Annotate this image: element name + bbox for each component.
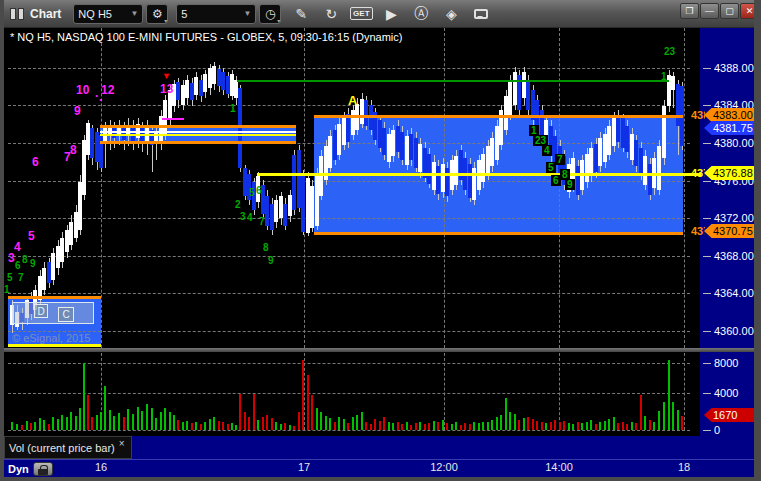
vol-h-gridline	[8, 393, 690, 394]
candle-body	[203, 74, 207, 92]
v-gridline	[684, 28, 685, 348]
volume-bar	[541, 422, 543, 430]
chart-annotation: 7	[555, 154, 565, 165]
axis-tick-label: 4364.00	[714, 287, 754, 299]
volume-bar	[500, 415, 502, 430]
volume-bar	[227, 424, 229, 430]
session-info-box	[12, 302, 94, 324]
candle-body	[364, 100, 368, 126]
volume-bar	[532, 419, 534, 430]
candle-body	[454, 156, 458, 185]
volume-bar	[275, 422, 277, 430]
chart-annotation: 23	[664, 46, 675, 57]
volume-bar	[200, 424, 202, 430]
chart-annotation: 9	[268, 255, 274, 266]
volume-bar	[677, 410, 679, 430]
volume-bar	[141, 411, 143, 430]
volume-bar	[577, 422, 579, 430]
study-tab-row: Vol (current price bar) ×	[0, 436, 761, 459]
session-chip: D	[34, 304, 48, 318]
chart-annotation: 6	[551, 175, 561, 186]
chart-annotation: © eSignal, 2015	[12, 332, 90, 344]
volume-bar	[79, 408, 81, 430]
volume-bar	[146, 404, 148, 430]
volume-bar	[590, 420, 592, 430]
pane-splitter[interactable]	[0, 348, 761, 352]
volume-bar	[244, 412, 246, 430]
volume-bar	[361, 412, 363, 430]
volume-bar	[137, 407, 139, 430]
candle-body	[657, 146, 661, 190]
volume-bar	[257, 420, 259, 430]
chart-annotation: 8	[22, 254, 28, 265]
volume-bar	[239, 394, 241, 430]
candle-body	[310, 186, 314, 228]
volume-bar	[653, 422, 655, 430]
volume-bar	[663, 402, 665, 430]
axis-tick-label: 4360.00	[714, 325, 754, 337]
volume-bar	[415, 423, 417, 430]
axis-tick-mark	[703, 293, 711, 294]
volume-bar	[455, 422, 457, 430]
price-tag: 4381.75	[704, 121, 755, 135]
candle-body	[436, 166, 440, 194]
chart-annotation: 9	[565, 179, 575, 190]
chart-annotation: 2	[235, 199, 241, 210]
v-gridline	[559, 28, 560, 348]
volume-bar	[191, 423, 193, 430]
range-bottom-orange-4370	[314, 232, 683, 235]
volume-bar	[644, 416, 646, 430]
candle-body	[625, 126, 629, 152]
volume-bar	[379, 421, 381, 430]
volume-bar	[213, 417, 215, 430]
candle-body	[662, 106, 666, 158]
volume-bar	[356, 415, 358, 430]
volume-bar	[550, 422, 552, 430]
axis-tick-label: 8000	[714, 357, 738, 369]
volume-bar	[437, 422, 439, 430]
volume-bar	[293, 426, 295, 430]
lock-icon[interactable]	[33, 462, 53, 476]
candle-body	[526, 80, 530, 110]
chart-canvas[interactable]: 4388.004384.004380.004376.004372.004368.…	[4, 0, 754, 477]
volume-bar	[132, 414, 134, 430]
tab-volume-study[interactable]: Vol (current price bar) ×	[4, 436, 132, 459]
volume-bar	[635, 423, 637, 430]
band-bottom-orange	[100, 141, 296, 144]
price-tag: 4370.75	[704, 224, 755, 238]
volume-bar	[482, 422, 484, 430]
volume-bar	[61, 415, 63, 430]
volume-bar	[410, 425, 412, 430]
volume-bar	[34, 422, 36, 430]
volume-bar	[365, 422, 367, 430]
h-gridline	[8, 293, 690, 294]
h-gridline	[8, 256, 690, 257]
axis-tick-mark	[703, 430, 711, 431]
chart-annotation: 1	[230, 103, 236, 114]
axis-tick-mark	[703, 218, 711, 219]
volume-bar	[169, 412, 171, 430]
close-icon[interactable]: ×	[119, 438, 125, 449]
volume-bar	[401, 424, 403, 430]
candle-body	[391, 130, 395, 156]
volume-bar	[599, 422, 601, 430]
vol-h-gridline	[8, 363, 690, 364]
volume-bar	[316, 408, 318, 430]
axis-tick-mark	[703, 331, 711, 332]
volume-bar	[424, 424, 426, 430]
volume-bar	[52, 417, 54, 430]
volume-bar	[523, 418, 525, 430]
chart-annotation: 10	[76, 83, 89, 97]
volume-bar	[289, 425, 291, 430]
v-gridline	[101, 28, 102, 348]
chart-annotation: 5	[249, 187, 255, 198]
candle-body	[418, 144, 422, 172]
volume-bar	[177, 420, 179, 430]
candle-body	[427, 154, 431, 184]
high-green-line	[237, 80, 669, 82]
volume-bar	[419, 422, 421, 430]
chart-annotation: 4383.00	[691, 109, 705, 121]
volume-bar	[302, 360, 304, 430]
volume-bar	[209, 419, 211, 430]
tab-label: Vol (current price bar)	[9, 442, 115, 454]
